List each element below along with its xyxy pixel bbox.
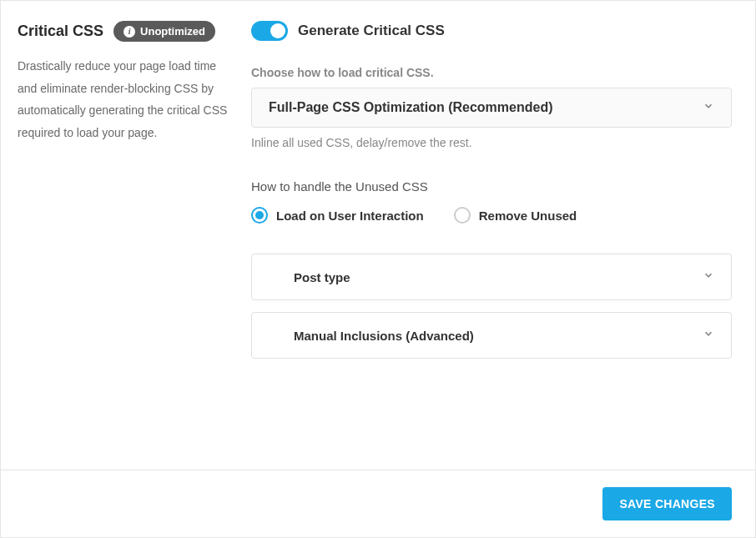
title-row: Critical CSS i Unoptimized	[18, 21, 231, 42]
unused-css-label: How to handle the Unused CSS	[251, 179, 732, 194]
expander-label: Manual Inclusions (Advanced)	[269, 329, 474, 343]
info-icon: i	[123, 26, 135, 38]
radio-circle	[454, 207, 471, 224]
radio-label: Remove Unused	[479, 209, 577, 223]
toggle-label: Generate Critical CSS	[298, 23, 445, 39]
load-method-section: Choose how to load critical CSS. Full-Pa…	[251, 66, 732, 149]
chevron-down-icon	[703, 328, 714, 343]
expander-label: Post type	[269, 270, 350, 284]
load-method-label: Choose how to load critical CSS.	[251, 66, 732, 79]
section-description: Drastically reduce your page load time a…	[18, 55, 231, 143]
section-title: Critical CSS	[18, 23, 103, 40]
save-changes-button[interactable]: SAVE CHANGES	[602, 487, 732, 520]
dropdown-value: Full-Page CSS Optimization (Recommended)	[269, 100, 552, 115]
generate-critical-css-toggle[interactable]	[251, 21, 288, 41]
unused-css-section: How to handle the Unused CSS Load on Use…	[251, 179, 732, 224]
toggle-row: Generate Critical CSS	[251, 21, 732, 41]
expander-manual-inclusions[interactable]: Manual Inclusions (Advanced)	[251, 312, 732, 359]
toggle-knob	[270, 23, 285, 38]
load-method-dropdown[interactable]: Full-Page CSS Optimization (Recommended)	[251, 88, 732, 128]
radio-remove-unused[interactable]: Remove Unused	[454, 207, 577, 224]
unused-css-radio-group: Load on User Interaction Remove Unused	[251, 207, 732, 224]
footer: SAVE CHANGES	[1, 470, 755, 537]
sidebar-info: Critical CSS i Unoptimized Drastically r…	[18, 21, 251, 453]
expander-post-type[interactable]: Post type	[251, 254, 732, 300]
chevron-down-icon	[703, 269, 714, 284]
radio-dot	[255, 211, 264, 219]
settings-form: Generate Critical CSS Choose how to load…	[251, 21, 732, 453]
radio-load-on-interaction[interactable]: Load on User Interaction	[251, 207, 424, 224]
settings-panel: Critical CSS i Unoptimized Drastically r…	[0, 0, 756, 538]
chevron-down-icon	[703, 100, 714, 115]
load-method-helper: Inline all used CSS, delay/remove the re…	[251, 136, 732, 149]
badge-text: Unoptimized	[140, 25, 205, 38]
status-badge: i Unoptimized	[113, 21, 215, 42]
radio-circle	[251, 207, 268, 224]
expanders-section: Post type Manual Inclusions (Advanced)	[251, 254, 732, 359]
main-content: Critical CSS i Unoptimized Drastically r…	[1, 1, 755, 470]
radio-label: Load on User Interaction	[276, 209, 424, 223]
